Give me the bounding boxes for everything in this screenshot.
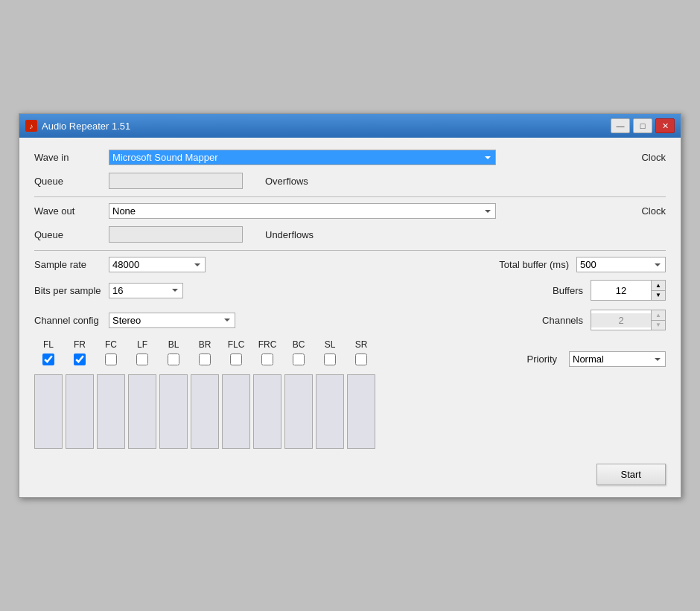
maximize-button[interactable]: □ — [633, 118, 652, 133]
slider-sr[interactable] — [347, 374, 375, 449]
buffers-up-button[interactable]: ▲ — [652, 281, 665, 290]
title-bar-left: ♪ Audio Repeater 1.51 — [25, 120, 130, 132]
checkbox-fr — [66, 354, 94, 365]
wave-in-queue-row: Queue Overflows — [34, 173, 666, 189]
sliders-area — [34, 374, 666, 449]
total-buffer-label: Total buffer (ms) — [472, 259, 576, 270]
wave-in-queue-label: Queue — [34, 176, 109, 187]
channel-config-row: Channel config Stereo Mono 5.1 7.1 Chann… — [34, 310, 666, 330]
sample-rate-select[interactable]: 48000 44100 22050 11025 8000 — [109, 257, 206, 272]
channel-label-bc: BC — [284, 339, 313, 350]
bits-per-sample-label: Bits per sample — [34, 285, 109, 296]
checkbox-bl — [159, 354, 188, 365]
buffers-down-button[interactable]: ▼ — [652, 290, 665, 300]
channel-checkbox-row: Priority Normal High Above Normal Below … — [34, 351, 666, 367]
wave-out-select[interactable]: None — [109, 203, 496, 219]
checkbox-br-input[interactable] — [199, 354, 211, 365]
checkbox-fc — [97, 354, 125, 365]
slider-flc[interactable] — [222, 374, 250, 449]
channels-spinner: 2 ▲ ▼ — [591, 310, 666, 330]
channel-label-lf: LF — [128, 339, 156, 350]
checkbox-bl-input[interactable] — [168, 354, 179, 365]
wave-in-select[interactable]: Microsoft Sound Mapper — [109, 150, 496, 165]
wave-in-queue-input[interactable] — [109, 173, 243, 189]
channel-config-label: Channel config — [34, 315, 109, 326]
wave-out-queue-input[interactable] — [109, 226, 243, 243]
title-buttons: — □ ✕ — [611, 118, 675, 133]
checkbox-lf-input[interactable] — [136, 354, 148, 365]
channel-checkboxes-area: FL FR FC LF BL BR FLC FRC BC SL SR — [34, 339, 666, 367]
start-button[interactable]: Start — [596, 464, 666, 485]
minimize-button[interactable]: — — [611, 118, 630, 133]
slider-fr[interactable] — [66, 374, 94, 449]
bits-per-sample-select[interactable]: 16 8 24 32 — [109, 283, 183, 298]
priority-select[interactable]: Normal High Above Normal Below Normal Id… — [569, 351, 666, 367]
wave-out-clock-label: Clock — [641, 205, 666, 217]
sample-rate-row: Sample rate 48000 44100 22050 11025 8000… — [34, 257, 666, 272]
slider-fl[interactable] — [34, 374, 63, 449]
channel-label-fr: FR — [66, 339, 94, 350]
checkbox-sr — [347, 354, 375, 365]
slider-sl[interactable] — [316, 374, 344, 449]
buffers-label: Buffers — [538, 285, 591, 296]
wave-out-label: Wave out — [34, 205, 109, 217]
main-window: ♪ Audio Repeater 1.51 — □ ✕ Wave in Micr… — [19, 113, 681, 498]
channels-up-button: ▲ — [652, 310, 665, 320]
channels-down-button: ▼ — [652, 320, 665, 330]
window-title: Audio Repeater 1.51 — [42, 121, 130, 132]
channel-label-fl: FL — [34, 339, 63, 350]
checkbox-frc-input[interactable] — [261, 354, 273, 365]
slider-bl[interactable] — [159, 374, 188, 449]
divider-2 — [34, 250, 666, 251]
checkbox-fl — [34, 354, 63, 365]
buffers-value[interactable]: 12 — [591, 284, 651, 298]
channel-label-sr: SR — [347, 339, 375, 350]
checkbox-frc — [253, 354, 281, 365]
priority-row: Priority Normal High Above Normal Below … — [527, 351, 666, 367]
total-buffer-select[interactable]: 500 250 100 1000 2000 — [576, 257, 666, 272]
wave-in-clock-label: Clock — [641, 152, 666, 163]
checkbox-flc — [222, 354, 250, 365]
slider-frc[interactable] — [253, 374, 281, 449]
checkbox-bc — [284, 354, 313, 365]
wave-out-queue-row: Queue Underflows — [34, 226, 666, 243]
overflows-label: Overflows — [265, 176, 308, 187]
checkbox-fl-input[interactable] — [42, 354, 54, 365]
app-icon: ♪ — [25, 120, 37, 132]
bottom-row: Start — [34, 461, 666, 485]
checkbox-fc-input[interactable] — [105, 354, 117, 365]
channel-label-br: BR — [191, 339, 219, 350]
channel-label-sl: SL — [316, 339, 344, 350]
slider-bc[interactable] — [284, 374, 313, 449]
priority-label: Priority — [527, 354, 557, 365]
slider-fc[interactable] — [97, 374, 125, 449]
channel-labels-row: FL FR FC LF BL BR FLC FRC BC SL SR — [34, 339, 666, 350]
channels-value: 2 — [591, 313, 651, 327]
channel-label-fc: FC — [97, 339, 125, 350]
channel-label-frc: FRC — [253, 339, 281, 350]
slider-br[interactable] — [191, 374, 219, 449]
checkbox-bc-input[interactable] — [293, 354, 305, 365]
buffers-spinner-buttons: ▲ ▼ — [651, 281, 665, 300]
sample-rate-label: Sample rate — [34, 259, 109, 270]
buffers-spinner: 12 ▲ ▼ — [591, 280, 666, 301]
checkbox-sl — [316, 354, 344, 365]
wave-in-label: Wave in — [34, 152, 109, 163]
bits-per-sample-row: Bits per sample 16 8 24 32 Buffers 12 ▲ … — [34, 280, 666, 301]
divider-1 — [34, 196, 666, 197]
checkbox-fr-input[interactable] — [74, 354, 86, 365]
channels-spinner-buttons: ▲ ▼ — [651, 310, 665, 330]
title-bar: ♪ Audio Repeater 1.51 — □ ✕ — [19, 114, 681, 138]
checkbox-lf — [128, 354, 156, 365]
checkbox-sl-input[interactable] — [324, 354, 336, 365]
content-area: Wave in Microsoft Sound Mapper Clock Que… — [19, 138, 681, 497]
channels-label: Channels — [538, 315, 591, 326]
wave-out-row: Wave out None Clock — [34, 203, 666, 219]
underflows-label: Underflows — [265, 229, 314, 240]
channel-config-select[interactable]: Stereo Mono 5.1 7.1 — [109, 313, 235, 328]
checkbox-sr-input[interactable] — [355, 354, 367, 365]
slider-lf[interactable] — [128, 374, 156, 449]
close-button[interactable]: ✕ — [655, 118, 675, 133]
wave-in-row: Wave in Microsoft Sound Mapper Clock — [34, 150, 666, 165]
checkbox-flc-input[interactable] — [230, 354, 242, 365]
